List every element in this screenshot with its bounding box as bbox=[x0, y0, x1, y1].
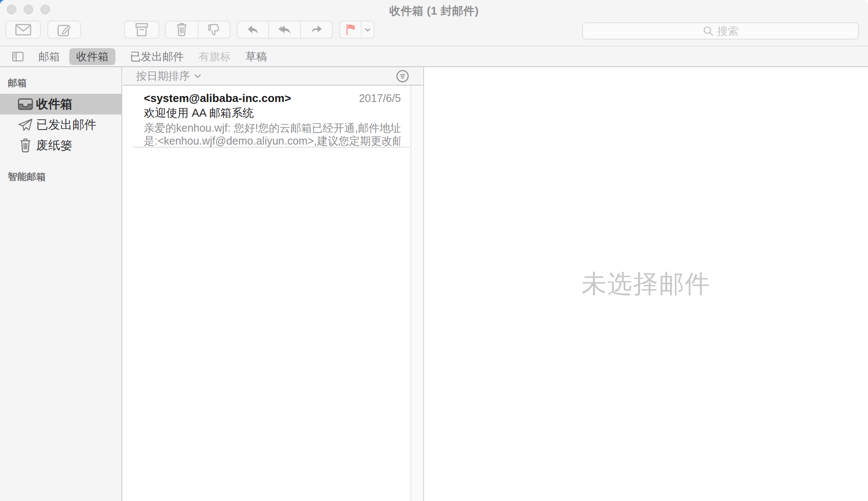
message-top-row: <system@alibaba-inc.com> 2017/6/5 bbox=[144, 91, 401, 105]
envelope-icon bbox=[15, 24, 31, 36]
trash-icon bbox=[15, 138, 36, 153]
favorites-tab-flagged[interactable]: 有旗标 bbox=[198, 49, 231, 64]
sort-button[interactable]: 按日期排序 bbox=[136, 69, 201, 83]
compose-button[interactable] bbox=[47, 21, 81, 39]
favorites-tab-sent[interactable]: 已发出邮件 bbox=[130, 49, 184, 64]
window-title: 收件箱 (1 封邮件) bbox=[0, 3, 868, 19]
delete-button[interactable] bbox=[166, 22, 198, 38]
message-list-header: 按日期排序 bbox=[123, 67, 423, 86]
forward-button[interactable] bbox=[300, 22, 332, 38]
window-chrome: 收件箱 (1 封邮件) bbox=[0, 0, 868, 46]
search-icon bbox=[703, 25, 714, 37]
no-message-selected-label: 未选择邮件 bbox=[582, 267, 711, 301]
reply-all-icon bbox=[277, 24, 292, 35]
reading-pane: 未选择邮件 bbox=[424, 67, 868, 501]
sort-label: 按日期排序 bbox=[136, 69, 190, 83]
archive-icon bbox=[134, 23, 149, 37]
message-subject: 欢迎使用 AA 邮箱系统 bbox=[144, 106, 401, 120]
sidebar-item-trash[interactable]: 废纸篓 bbox=[0, 135, 121, 156]
message-list-pane: 按日期排序 <system@alibaba-inc.com> 2017/6/5 … bbox=[123, 67, 423, 501]
paper-plane-icon bbox=[15, 118, 36, 132]
message-preview-line2: 是:<kenhou.wjf@demo.aliyun.com>,建议您定期更改邮.… bbox=[144, 134, 401, 147]
junk-button[interactable] bbox=[198, 22, 229, 38]
mail-window: 收件箱 (1 封邮件) bbox=[0, 0, 868, 501]
favorites-bar: 邮箱 收件箱 已发出邮件 有旗标 草稿 bbox=[0, 46, 868, 67]
flag-group bbox=[339, 21, 375, 39]
archive-button[interactable] bbox=[124, 21, 159, 39]
reply-button[interactable] bbox=[238, 22, 268, 38]
search-placeholder: 搜索 bbox=[717, 24, 739, 38]
sidebar-item-label: 废纸篓 bbox=[36, 137, 72, 154]
flag-button[interactable] bbox=[340, 22, 361, 38]
reply-group bbox=[237, 21, 333, 39]
sidebar-toggle-icon bbox=[12, 52, 24, 62]
reply-icon bbox=[247, 24, 260, 35]
message-list-item[interactable]: <system@alibaba-inc.com> 2017/6/5 欢迎使用 A… bbox=[123, 86, 410, 148]
sidebar-item-label: 已发出邮件 bbox=[36, 117, 96, 133]
favorites-tab-mailboxes[interactable]: 邮箱 bbox=[38, 49, 60, 64]
sidebar-item-sent[interactable]: 已发出邮件 bbox=[0, 114, 121, 135]
flag-icon bbox=[345, 24, 356, 36]
sidebar-toggle-button[interactable] bbox=[12, 52, 24, 62]
thumbs-down-icon bbox=[208, 23, 220, 36]
flag-menu-button[interactable] bbox=[361, 22, 374, 38]
mailbox-sidebar: 邮箱 收件箱 已发出邮件 bbox=[0, 67, 122, 501]
sidebar-section-smart-mailboxes: 智能邮箱 bbox=[0, 156, 121, 188]
message-sender: <system@alibaba-inc.com> bbox=[144, 91, 291, 105]
sidebar-section-mailboxes: 邮箱 bbox=[0, 67, 121, 94]
forward-icon bbox=[310, 24, 323, 35]
chevron-down-icon bbox=[365, 28, 371, 32]
trash-icon bbox=[176, 23, 187, 37]
compose-icon bbox=[57, 23, 71, 37]
sidebar-item-label: 收件箱 bbox=[36, 96, 72, 112]
chevron-down-icon bbox=[194, 74, 201, 78]
inbox-icon bbox=[15, 98, 36, 111]
get-mail-button[interactable] bbox=[6, 21, 41, 39]
trash-junk-group bbox=[165, 21, 230, 39]
reply-all-button[interactable] bbox=[268, 22, 300, 38]
message-date: 2017/6/5 bbox=[359, 92, 401, 105]
favorites-tab-inbox[interactable]: 收件箱 bbox=[69, 48, 115, 65]
filter-button[interactable] bbox=[396, 69, 409, 83]
message-preview-line1: 亲爱的kenhou.wjf: 您好!您的云邮箱已经开通,邮件地址 bbox=[144, 121, 401, 134]
list-scrollbar-track[interactable] bbox=[410, 86, 423, 501]
search-input[interactable]: 搜索 bbox=[582, 22, 859, 40]
filter-icon bbox=[396, 69, 409, 83]
favorites-tab-drafts[interactable]: 草稿 bbox=[245, 49, 267, 64]
sidebar-item-inbox[interactable]: 收件箱 bbox=[0, 94, 121, 114]
